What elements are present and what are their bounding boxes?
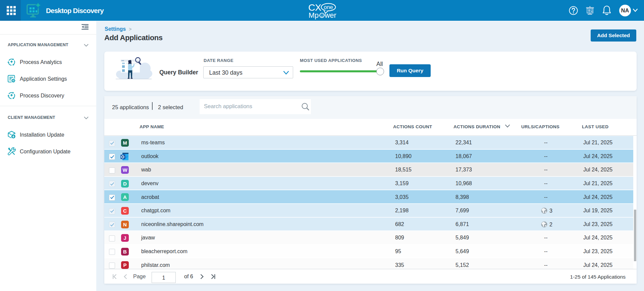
- svg-text:one: one: [324, 4, 333, 10]
- svg-text:wer: wer: [324, 11, 336, 19]
- svg-text:Mp: Mp: [309, 11, 319, 19]
